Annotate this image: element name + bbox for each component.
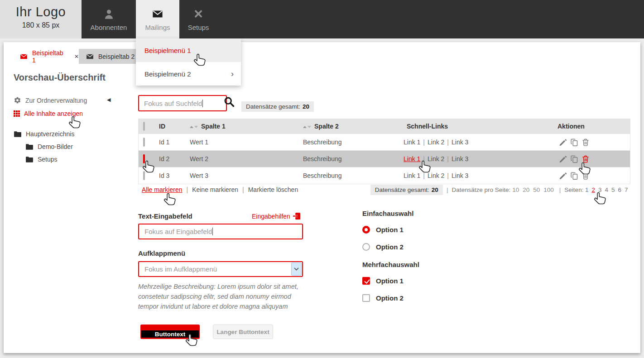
sidebar-collapse-icon[interactable]: ◀ (107, 97, 111, 103)
page-number[interactable]: 1 (585, 186, 589, 193)
row-checkbox-checked[interactable] (143, 155, 145, 162)
delete-icon[interactable] (582, 172, 590, 180)
quick-link[interactable]: Link 2 (428, 138, 444, 146)
cell-spalte2: Beschreibung (303, 172, 342, 179)
text-input[interactable]: Fokus auf Eingabefeld (138, 224, 303, 239)
per-page-option[interactable]: 100 (543, 186, 554, 193)
row-checkbox[interactable] (143, 138, 145, 146)
table-row-selected[interactable]: Id 2 Wert 2 Beschreibung Link 1|Link 2|L… (139, 150, 630, 167)
quick-link-hover[interactable]: Link 1 (404, 155, 420, 162)
edit-icon[interactable] (559, 172, 567, 180)
records-total-badge: Datensätze gesamt: 20 (241, 101, 314, 112)
page-number-current[interactable]: 2 (591, 186, 595, 193)
select-none-link[interactable]: Keine markieren (192, 186, 238, 193)
radio-label: Option 1 (376, 226, 404, 234)
input-helpers-link[interactable]: Eingabehilfen (252, 212, 301, 220)
checkbox-option-2[interactable]: Option 2 (362, 294, 404, 302)
row-checkbox[interactable] (143, 172, 145, 179)
text-caret (202, 100, 203, 107)
menu-item-beispielmenu-2[interactable]: Beispielmenü 2 › (136, 62, 241, 86)
multi-choice-heading: Mehrfachauswahl (362, 261, 419, 268)
selection-links: Alle markieren | Keine markieren | Marki… (142, 186, 298, 193)
single-choice-heading: Einfachauswahl (362, 210, 413, 217)
sidebar-item-ordnerverwaltung[interactable]: Zur Ordnerverwaltung (14, 96, 87, 104)
nav-item-abonnenten[interactable]: Abonnenten (82, 0, 136, 38)
cell-id: Id 3 (159, 172, 169, 179)
envelope-icon (136, 7, 179, 21)
page-number[interactable]: 3 (598, 186, 602, 193)
menu-item-beispielmenu-1[interactable]: Beispielmenü 1 (136, 38, 241, 62)
radio-option-2[interactable]: Option 2 (362, 243, 404, 251)
nav-label: Setups (179, 24, 217, 31)
secondary-button[interactable]: Langer Buttontext (213, 325, 273, 339)
per-page-option[interactable]: 10 (512, 186, 519, 193)
tree-item-setups[interactable]: Setups (25, 156, 58, 163)
delete-selected-link[interactable]: Markierte löschen (248, 186, 298, 193)
tab-beispieltab-1[interactable]: Beispieltab 1 ✕ (13, 49, 79, 64)
envelope-icon (20, 53, 28, 60)
per-page-option[interactable]: 50 (533, 186, 540, 193)
checkbox-option-1[interactable]: Option 1 (362, 277, 404, 285)
quick-link[interactable]: Link 3 (452, 172, 468, 179)
tools-icon (179, 7, 217, 21)
copy-icon[interactable] (570, 172, 578, 180)
sidebar-item-alle-inhalte[interactable]: Alle Inhalte anzeigen (14, 110, 83, 117)
tree-item-hauptverzeichnis[interactable]: Hauptverzeichnis (14, 130, 74, 138)
column-header-id[interactable]: ID (159, 123, 165, 130)
quick-link[interactable]: Link 2 (428, 172, 444, 179)
checkbox-checked[interactable] (362, 277, 370, 285)
copy-icon[interactable] (570, 155, 578, 163)
checkbox-unchecked[interactable] (362, 294, 370, 302)
field-description: Mehrzeilige Beschreibung: Lorem ipsum do… (138, 282, 302, 311)
tree-item-demo-bilder[interactable]: Demo-Bilder (25, 143, 73, 150)
page-number[interactable]: 4 (605, 186, 608, 193)
quick-link[interactable]: Link 3 (452, 155, 468, 162)
table-header-row: ID Spalte 1 Spalte 2 Schnell-Links Aktio… (139, 119, 630, 134)
quick-link[interactable]: Link 1 (404, 172, 420, 179)
delete-icon[interactable] (582, 138, 590, 146)
page-number[interactable]: 5 (611, 186, 615, 193)
primary-button[interactable]: Buttontext (140, 325, 200, 339)
quick-link[interactable]: Link 2 (428, 155, 444, 162)
quick-link[interactable]: Link 3 (452, 138, 468, 146)
dropdown-select[interactable]: Fokus im Aufklappmenü (138, 261, 303, 277)
select-all-checkbox[interactable] (143, 123, 145, 130)
delete-icon-hover[interactable] (582, 155, 590, 163)
radio-option-1[interactable]: Option 1 (362, 226, 404, 234)
table-row[interactable]: Id 1 Wert 1 Beschreibung Link 1|Link 2|L… (139, 134, 630, 150)
table-row[interactable]: Id 3 Wert 3 Beschreibung Link 1|Link 2|L… (139, 167, 630, 184)
sort-icons[interactable] (303, 126, 311, 128)
copy-icon[interactable] (570, 138, 578, 146)
page-panel (4, 42, 640, 353)
select-arrow-button[interactable] (291, 263, 302, 276)
edit-icon[interactable] (559, 155, 567, 163)
select-value: Fokus im Aufklappmenü (144, 265, 217, 273)
cell-spalte1: Wert 1 (190, 138, 208, 146)
search-icon[interactable] (224, 96, 235, 109)
page-number[interactable]: 6 (618, 186, 621, 193)
page-number[interactable]: 7 (625, 186, 628, 193)
column-header-spalte1[interactable]: Spalte 1 (190, 123, 226, 130)
logo-placeholder[interactable]: Ihr Logo 180 x 85 px (0, 0, 82, 38)
edit-icon[interactable] (559, 138, 567, 146)
column-header-aktionen: Aktionen (557, 123, 585, 130)
quick-link[interactable]: Link 1 (404, 138, 420, 146)
cell-spalte2: Beschreibung (303, 138, 342, 146)
chevron-down-icon (294, 267, 299, 271)
search-input[interactable]: Fokus auf Suchfeld (138, 95, 227, 111)
nav-item-mailings[interactable]: Mailings (136, 0, 179, 38)
checkbox-label: Option 1 (376, 277, 404, 285)
per-page-option[interactable]: 20 (523, 186, 529, 193)
nav-item-setups[interactable]: Setups (179, 0, 217, 38)
radio-selected[interactable] (362, 226, 370, 234)
search-placeholder: Fokus auf Suchfeld (144, 100, 202, 107)
cell-actions (559, 155, 590, 163)
tree-item-label: Demo-Bilder (38, 143, 73, 150)
radio-unselected[interactable] (362, 243, 370, 251)
close-icon[interactable]: ✕ (74, 53, 79, 60)
submenu-chevron-icon: › (231, 70, 234, 78)
primary-button-label: Buttontext (141, 330, 199, 338)
column-header-spalte2[interactable]: Spalte 2 (303, 123, 339, 130)
sort-icons[interactable] (190, 126, 198, 128)
select-all-link[interactable]: Alle markieren (142, 186, 182, 193)
